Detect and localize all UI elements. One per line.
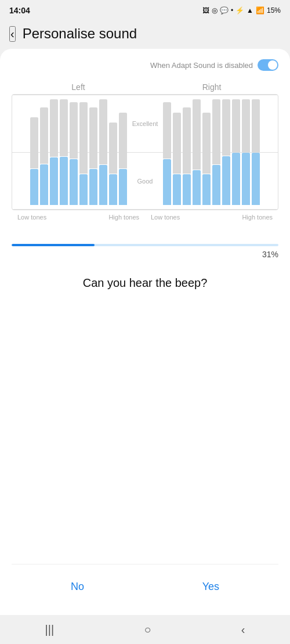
page-title: Personalise sound	[23, 26, 137, 42]
battery-label: 15%	[267, 6, 281, 15]
left-bars	[12, 99, 145, 205]
bar-col-right	[212, 99, 220, 205]
chart-container: Excellent Good	[12, 94, 278, 210]
bar-col-left	[50, 99, 58, 205]
bar-col-left	[40, 99, 48, 205]
header: ‹ Personalise sound	[0, 21, 290, 49]
right-bottom-labels: Low tones High tones	[151, 214, 273, 221]
bar-col-right	[222, 99, 230, 205]
bar-col-right	[232, 99, 240, 205]
home-icon[interactable]: ○	[139, 618, 155, 641]
progress-bar-container	[12, 244, 278, 246]
right-low-label: Low tones	[151, 214, 180, 221]
bar-col-right	[173, 99, 181, 205]
right-bars	[145, 99, 278, 205]
chart-section: Left Right Excellent Good Low tones	[12, 82, 278, 221]
chart-labels-top: Left Right	[12, 82, 278, 92]
bar-col-left	[109, 99, 117, 205]
left-label: Left	[17, 82, 139, 92]
h-line-top	[12, 95, 278, 95]
no-button[interactable]: No	[48, 576, 107, 598]
bar-col-left	[79, 99, 88, 205]
status-time: 14:04	[9, 6, 30, 15]
signal-icon: 📶	[256, 6, 264, 15]
progress-section: 31%	[12, 244, 278, 259]
bar-col-left	[70, 99, 78, 205]
right-high-label: High tones	[242, 214, 273, 221]
bar-col-right	[242, 99, 250, 205]
adapt-sound-label: When Adapt Sound is disabled	[150, 61, 253, 70]
circle-icon: ◎	[212, 6, 217, 15]
menu-icon[interactable]: |||	[41, 618, 59, 641]
bar-col-right	[163, 99, 171, 205]
right-label: Right	[151, 82, 273, 92]
message-icon: 💬	[220, 6, 229, 15]
question-text: Can you hear the beep?	[12, 276, 278, 290]
status-icons: 🖼 ◎ 💬 • ⚡ ▲ 📶 15%	[202, 6, 281, 15]
chart-bottom-labels: Low tones High tones Low tones High tone…	[12, 214, 278, 221]
progress-percent: 31%	[12, 250, 278, 259]
bar-col-right	[183, 99, 191, 205]
bottom-buttons: No Yes	[12, 564, 278, 605]
main-content: When Adapt Sound is disabled Left Right …	[0, 49, 290, 615]
bar-col-left	[99, 99, 107, 205]
progress-bar-fill	[12, 244, 95, 246]
status-bar: 14:04 🖼 ◎ 💬 • ⚡ ▲ 📶 15%	[0, 0, 290, 21]
adapt-sound-row: When Adapt Sound is disabled	[12, 59, 278, 71]
bar-col-left	[60, 99, 68, 205]
spacer	[12, 301, 278, 564]
yes-button[interactable]: Yes	[179, 576, 242, 598]
h-line-bot	[12, 209, 278, 210]
back-nav-icon[interactable]: ‹	[237, 618, 250, 641]
left-low-label: Low tones	[17, 214, 46, 221]
nav-bar: ||| ○ ‹	[0, 615, 290, 644]
left-bottom-labels: Low tones High tones	[17, 214, 139, 221]
bar-col-right	[193, 99, 201, 205]
bar-col-left	[89, 99, 97, 205]
bar-col-right	[202, 99, 211, 205]
bluetooth-icon: ⚡	[235, 6, 244, 15]
wifi-icon: ▲	[246, 6, 253, 15]
dot-icon: •	[231, 6, 233, 15]
bar-col-left	[119, 99, 127, 205]
back-button[interactable]: ‹	[9, 26, 16, 42]
camera-icon: 🖼	[202, 6, 209, 15]
left-high-label: High tones	[108, 214, 139, 221]
adapt-sound-toggle[interactable]	[258, 59, 278, 71]
bar-col-right	[252, 99, 260, 205]
bar-col-left	[30, 99, 38, 205]
